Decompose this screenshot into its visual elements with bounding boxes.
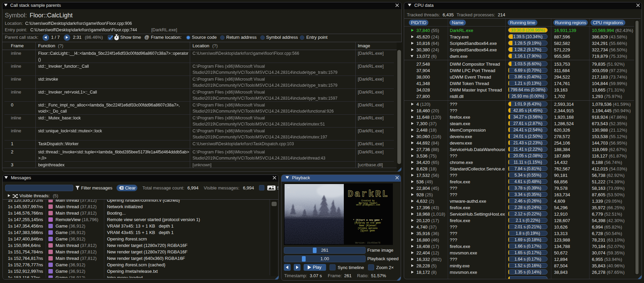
svg-text:* [S]tart a new game *: * [S]tart a new game * bbox=[353, 219, 382, 221]
svg-text:[Q]uit game: [Q]uit game bbox=[361, 230, 375, 232]
svg-text:1buts 101: 1buts 101 bbox=[287, 189, 296, 191]
svg-text:[V]ideo options: [V]ideo options bbox=[358, 227, 378, 230]
svg-text:DarkRL: DarkRL bbox=[348, 189, 389, 199]
svg-text:Version: 15c455ee76: Version: 15c455ee76 bbox=[355, 242, 380, 244]
svg-text:NMMM WEL: NMMM WEL bbox=[287, 192, 295, 194]
svg-text:Game [M]anual: Game [M]anual bbox=[359, 224, 377, 227]
svg-text:wolf.pld@gmail.com: wolf.pld@gmail.com bbox=[356, 204, 380, 206]
svg-text:Created by: Created by bbox=[361, 200, 374, 202]
svg-text:80: 80 bbox=[287, 186, 290, 189]
svg-text:[R]eplay an old game: [R]eplay an old game bbox=[354, 222, 381, 224]
